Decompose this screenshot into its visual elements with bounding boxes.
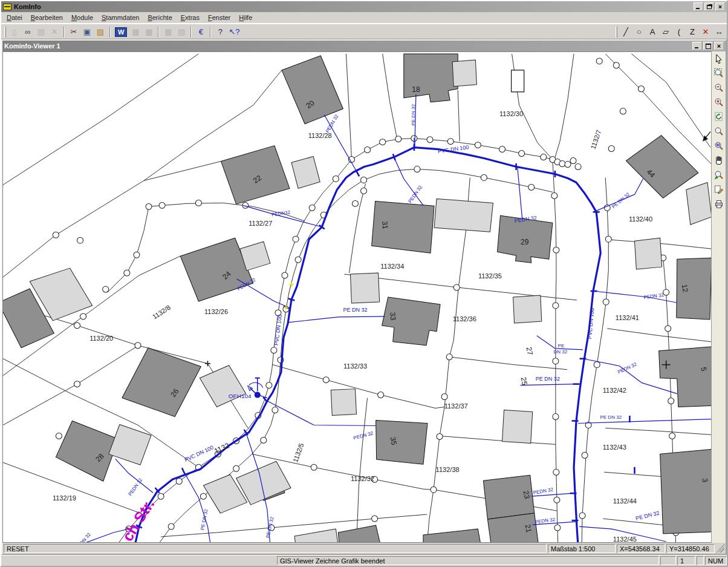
viewer-statusbar: RESET Maßstab 1:500 X=543568.34 Y=314850… bbox=[2, 543, 726, 554]
menu-item-fenster[interactable]: Fenster bbox=[204, 13, 235, 22]
boundary-point bbox=[579, 513, 585, 519]
draw-line-button[interactable]: ╱ bbox=[619, 25, 632, 39]
menu-item-berichte[interactable]: Berichte bbox=[143, 13, 176, 22]
menu-item-stammdaten[interactable]: Stammdaten bbox=[97, 13, 143, 22]
boundary-point bbox=[146, 203, 152, 209]
parcel-number-label: 1132/38 bbox=[436, 466, 460, 473]
boundary-point bbox=[309, 205, 315, 211]
menu-item-extras[interactable]: Extras bbox=[177, 13, 204, 22]
parcel-number-label: 1132/19 bbox=[53, 494, 76, 502]
boundary-point bbox=[395, 136, 401, 142]
boundary-point bbox=[594, 362, 600, 368]
boundary-point bbox=[414, 166, 420, 172]
help-button[interactable]: ? bbox=[213, 25, 227, 39]
house-number-label: 31 bbox=[380, 221, 389, 230]
parcel-number-label: 1132/36 bbox=[453, 315, 476, 323]
print-tool[interactable] bbox=[713, 198, 725, 210]
table-export-1-button[interactable]: ▦ bbox=[129, 25, 142, 39]
boundary-point bbox=[311, 464, 317, 470]
magnifier-tool[interactable] bbox=[713, 125, 725, 137]
boundary-point bbox=[559, 161, 565, 167]
menu-item-module[interactable]: Module bbox=[67, 13, 97, 22]
close-button[interactable]: × bbox=[715, 2, 725, 11]
boundary-point bbox=[553, 247, 559, 253]
new-document-button[interactable]: ▯ bbox=[8, 25, 21, 39]
pipe-label: PE DN 32 bbox=[411, 103, 416, 125]
redline-tool[interactable] bbox=[713, 183, 725, 195]
z-order-button[interactable]: Z bbox=[686, 25, 699, 39]
delete-button[interactable]: ✕ bbox=[48, 25, 61, 39]
euro-button[interactable]: € bbox=[194, 25, 207, 39]
restore-button[interactable] bbox=[704, 2, 714, 11]
status-num-lock: NUM bbox=[705, 556, 727, 565]
menu-item-bearbeiten[interactable]: Bearbeiten bbox=[27, 13, 67, 22]
word-export-button[interactable]: W bbox=[113, 25, 129, 39]
boundary-point bbox=[272, 407, 278, 413]
boundary-point bbox=[613, 62, 619, 68]
boundary-point bbox=[553, 414, 559, 420]
copy-button[interactable]: ▣ bbox=[80, 25, 94, 39]
resize-grip[interactable] bbox=[716, 544, 724, 552]
boundary-point bbox=[565, 162, 571, 168]
report-preview-1-button[interactable]: ▦ bbox=[161, 25, 175, 39]
boundary-point bbox=[282, 272, 288, 278]
boundary-point bbox=[56, 433, 62, 439]
paste-button[interactable]: ▨ bbox=[94, 25, 107, 39]
zoom-window-tool[interactable] bbox=[713, 67, 725, 79]
house-number-label: 33 bbox=[388, 312, 397, 321]
boundary-point bbox=[77, 237, 83, 243]
boundary-point bbox=[608, 146, 614, 152]
menu-item-hilfe[interactable]: Hilfe bbox=[235, 13, 256, 22]
draw-arc-button[interactable]: ( bbox=[672, 25, 686, 39]
boundary-point bbox=[135, 342, 141, 349]
boundary-point bbox=[575, 164, 581, 170]
boundary-point bbox=[553, 358, 559, 364]
viewer-minimize-button[interactable] bbox=[692, 42, 702, 50]
menu-bar: DateiBearbeitenModuleStammdatenBerichteE… bbox=[1, 12, 727, 24]
minimize-button[interactable] bbox=[694, 2, 703, 11]
context-help-button[interactable]: ↖? bbox=[227, 25, 241, 39]
select-tool[interactable] bbox=[713, 53, 725, 65]
map-canvas[interactable]: 1132/281132/301132/71132/271132/81132/26… bbox=[3, 52, 711, 542]
boundary-point bbox=[176, 478, 182, 484]
zoom-out-tool[interactable] bbox=[713, 82, 725, 94]
report-preview-2-button[interactable]: ▨ bbox=[175, 25, 188, 39]
draw-polygon-button[interactable]: ▱ bbox=[659, 25, 672, 39]
find-button[interactable]: ∞ bbox=[21, 25, 34, 39]
app-icon bbox=[3, 4, 11, 10]
menu-item-datei[interactable]: Datei bbox=[2, 13, 27, 22]
boundary-point bbox=[605, 236, 611, 242]
delete-graphic-button[interactable]: ✕ bbox=[699, 25, 712, 39]
zoom-in-tool[interactable] bbox=[713, 96, 725, 108]
boundary-point bbox=[446, 354, 452, 360]
building-light bbox=[452, 60, 476, 87]
refresh-tool[interactable] bbox=[713, 111, 725, 123]
house-number-label: 12 bbox=[680, 284, 690, 293]
parcel-number-label: 1132/35 bbox=[478, 272, 502, 280]
building-dark bbox=[660, 449, 711, 534]
zoom-window-icon bbox=[713, 68, 724, 79]
house-number-label: 23 bbox=[522, 490, 531, 500]
boundary-point bbox=[554, 525, 561, 531]
draw-text-button[interactable]: A bbox=[646, 25, 659, 39]
table-export-2-button[interactable]: ▩ bbox=[142, 25, 155, 39]
viewer-maximize-button[interactable] bbox=[703, 42, 713, 50]
draw-ellipse-button[interactable]: ○ bbox=[632, 25, 646, 39]
parcel-number-label: 1132/43 bbox=[603, 444, 626, 451]
building-light bbox=[350, 273, 379, 303]
zoom-scale-tool[interactable]: M bbox=[713, 140, 725, 152]
boundary-point bbox=[200, 493, 206, 499]
building-outline bbox=[512, 70, 524, 92]
parcel-number-label: 1132/33 bbox=[343, 362, 367, 370]
zoom-back-tool[interactable] bbox=[713, 169, 725, 181]
viewer-close-button[interactable]: × bbox=[714, 42, 724, 50]
save-button[interactable]: ▤ bbox=[34, 25, 48, 39]
coordinate-y: Y=314850.46 bbox=[666, 544, 715, 553]
measure-button[interactable]: ↔ bbox=[712, 25, 726, 39]
pipe-label: PE bbox=[558, 343, 565, 349]
pan-tool[interactable] bbox=[713, 154, 725, 166]
cut-button[interactable]: ✂ bbox=[67, 25, 80, 39]
boundary-point bbox=[271, 347, 277, 353]
parcel-number-label: 1132/26 bbox=[204, 308, 228, 315]
map-area: 1132/281132/301132/71132/271132/81132/26… bbox=[2, 51, 711, 543]
